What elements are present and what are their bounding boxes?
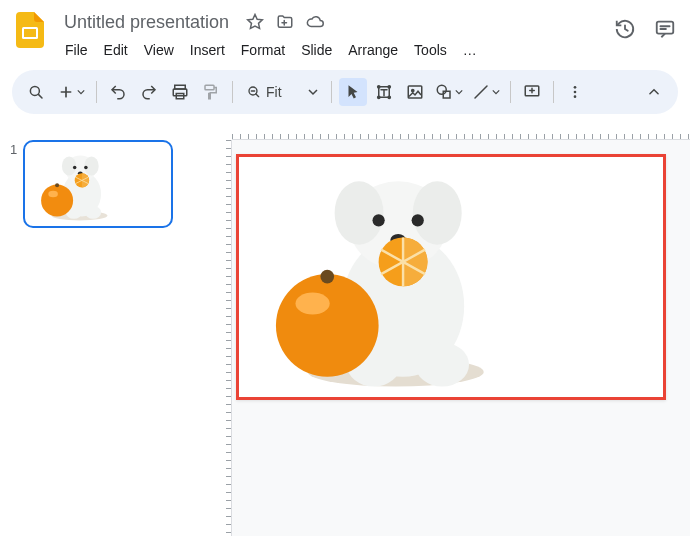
menu-view[interactable]: View bbox=[137, 38, 181, 62]
menu-arrange[interactable]: Arrange bbox=[341, 38, 405, 62]
menu-tools[interactable]: Tools bbox=[407, 38, 454, 62]
separator bbox=[331, 81, 332, 103]
search-menus-button[interactable] bbox=[22, 78, 50, 106]
collapse-toolbar-button[interactable] bbox=[640, 78, 668, 106]
svg-point-29 bbox=[73, 166, 77, 170]
svg-point-33 bbox=[49, 191, 59, 197]
menu-insert[interactable]: Insert bbox=[183, 38, 232, 62]
menu-bar: File Edit View Insert Format Slide Arran… bbox=[58, 38, 602, 62]
horizontal-ruler[interactable] bbox=[232, 122, 690, 140]
insert-line-button[interactable] bbox=[469, 78, 503, 106]
zoom-control[interactable]: Fit bbox=[240, 84, 324, 100]
more-tools-button[interactable] bbox=[561, 78, 589, 106]
filmstrip[interactable]: 1 bbox=[0, 122, 210, 536]
svg-point-13 bbox=[388, 96, 390, 98]
menu-file[interactable]: File bbox=[58, 38, 95, 62]
slide-thumbnail[interactable] bbox=[23, 140, 173, 228]
insert-shape-button[interactable] bbox=[432, 78, 466, 106]
svg-point-42 bbox=[413, 181, 462, 245]
menu-edit[interactable]: Edit bbox=[97, 38, 135, 62]
comments-icon[interactable] bbox=[652, 16, 678, 42]
new-slide-button[interactable] bbox=[53, 78, 89, 106]
slide-content-image bbox=[261, 169, 506, 389]
svg-point-48 bbox=[320, 270, 334, 284]
svg-point-20 bbox=[574, 91, 577, 94]
svg-point-30 bbox=[84, 166, 88, 170]
svg-point-41 bbox=[335, 181, 384, 245]
menu-slide[interactable]: Slide bbox=[294, 38, 339, 62]
svg-point-19 bbox=[574, 86, 577, 89]
svg-point-11 bbox=[388, 86, 390, 88]
insert-comment-button[interactable] bbox=[518, 78, 546, 106]
svg-point-21 bbox=[574, 95, 577, 98]
thumbnail-image bbox=[33, 150, 118, 222]
textbox-button[interactable] bbox=[370, 78, 398, 106]
svg-point-46 bbox=[276, 274, 379, 377]
svg-point-44 bbox=[412, 214, 424, 226]
svg-point-25 bbox=[85, 206, 101, 219]
svg-point-32 bbox=[41, 184, 73, 216]
svg-point-39 bbox=[415, 343, 469, 387]
canvas-area bbox=[210, 122, 690, 536]
svg-rect-5 bbox=[173, 89, 187, 96]
move-folder-icon[interactable] bbox=[275, 12, 295, 32]
svg-point-12 bbox=[378, 96, 380, 98]
separator bbox=[96, 81, 97, 103]
menu-more[interactable]: … bbox=[456, 38, 484, 62]
separator bbox=[510, 81, 511, 103]
version-history-icon[interactable] bbox=[612, 16, 638, 42]
vertical-ruler[interactable] bbox=[210, 140, 232, 536]
svg-point-15 bbox=[412, 89, 414, 91]
svg-point-16 bbox=[437, 85, 446, 94]
svg-point-3 bbox=[30, 86, 39, 95]
svg-rect-17 bbox=[443, 91, 450, 98]
svg-point-43 bbox=[373, 214, 385, 226]
slide-number: 1 bbox=[10, 142, 17, 532]
svg-point-47 bbox=[296, 292, 330, 314]
svg-rect-7 bbox=[205, 85, 214, 90]
selected-image-frame[interactable] bbox=[236, 154, 666, 400]
print-button[interactable] bbox=[166, 78, 194, 106]
undo-button[interactable] bbox=[104, 78, 132, 106]
toolbar: Fit bbox=[12, 70, 678, 114]
document-title[interactable]: Untitled presentation bbox=[58, 10, 235, 35]
separator bbox=[232, 81, 233, 103]
zoom-label: Fit bbox=[266, 84, 290, 100]
paint-format-button[interactable] bbox=[197, 78, 225, 106]
svg-rect-2 bbox=[657, 22, 674, 34]
insert-image-button[interactable] bbox=[401, 78, 429, 106]
svg-point-10 bbox=[378, 86, 380, 88]
separator bbox=[553, 81, 554, 103]
menu-format[interactable]: Format bbox=[234, 38, 292, 62]
svg-rect-1 bbox=[24, 29, 36, 37]
slide-canvas[interactable] bbox=[232, 140, 690, 536]
star-icon[interactable] bbox=[245, 12, 265, 32]
slides-logo[interactable] bbox=[12, 12, 48, 48]
redo-button[interactable] bbox=[135, 78, 163, 106]
svg-point-34 bbox=[55, 183, 59, 187]
cloud-status-icon[interactable] bbox=[305, 12, 325, 32]
select-tool-button[interactable] bbox=[339, 78, 367, 106]
